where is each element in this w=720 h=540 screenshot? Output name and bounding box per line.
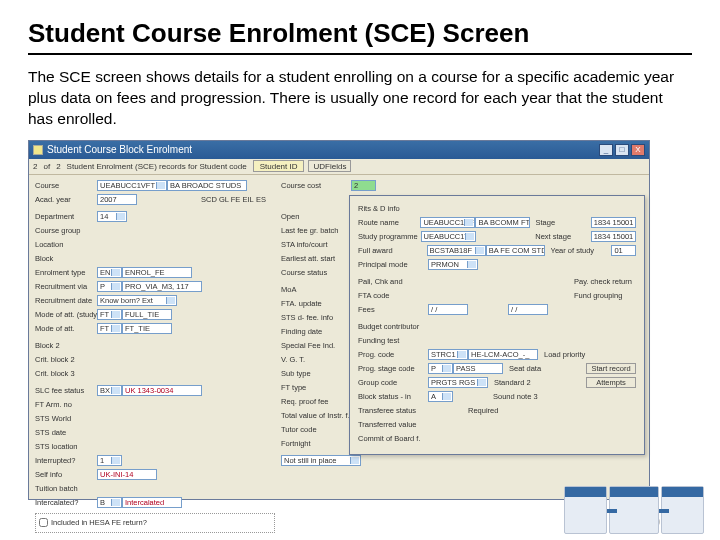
notstill-field[interactable]: Not still in place	[281, 455, 361, 466]
modoa2-field[interactable]: FT	[97, 323, 122, 334]
lbl-moa: MoA	[281, 285, 351, 294]
rec-desc[interactable]: PRO_VIA_M3, 117	[122, 281, 202, 292]
intro-text: The SCE screen shows details for a stude…	[28, 67, 692, 130]
app-icon	[33, 145, 43, 155]
window-title: Student Course Block Enrolment	[47, 144, 192, 155]
hesa-box: Included in HESA FE return?	[35, 513, 275, 533]
hesa-checkbox[interactable]	[39, 518, 48, 527]
route-field[interactable]: UEABUCC1VF	[420, 217, 475, 228]
enr-desc[interactable]: ENROL_FE	[122, 267, 192, 278]
lbl-crb2: Crit. block 3	[35, 369, 97, 378]
lbl-sta: STA info/court	[281, 240, 351, 249]
int-desc[interactable]: Intercalated	[122, 497, 182, 508]
footer-decoration	[564, 486, 704, 534]
lbl-scd: SCD GL FE EIL	[201, 195, 256, 204]
minimize-button[interactable]: _	[599, 144, 613, 156]
lbl-modoa2: Mode of att.	[35, 324, 97, 333]
lbl-feeavl: Fees	[358, 305, 428, 314]
course-field[interactable]: UEABUCC1VFT	[97, 180, 167, 191]
lbl-progcd: Prog. code	[358, 350, 428, 359]
lbl-ccost: Course cost	[281, 181, 351, 190]
ccost-field[interactable]: 2	[351, 180, 376, 191]
recdt-field[interactable]: Know born? Ext	[97, 295, 177, 306]
lbl-fawd: Full award	[358, 246, 427, 255]
fee-date1[interactable]: / /	[428, 304, 468, 315]
nav-total: 2	[56, 162, 60, 171]
enr-field[interactable]: EN	[97, 267, 122, 278]
lbl-route: Route name	[358, 218, 420, 227]
lbl-const: Course status	[281, 268, 351, 277]
lbl-stsw: STS World	[35, 414, 97, 423]
udfields-button[interactable]: UDFields	[308, 160, 351, 172]
dept-field[interactable]: 14	[97, 211, 127, 222]
lbl-trfree: Transferee status	[358, 406, 428, 415]
progstg-field[interactable]: P	[428, 363, 453, 374]
sprog-field[interactable]: UEABUCC1VF	[421, 231, 476, 242]
lbl-modoa: Mode of att. (study)	[35, 310, 97, 319]
rec-field[interactable]: P	[97, 281, 122, 292]
fee-date2[interactable]: / /	[508, 304, 548, 315]
fawd-field[interactable]: BCSTAB18F	[427, 245, 486, 256]
modoa-field[interactable]: FT	[97, 309, 122, 320]
lbl-recdt: Recruitment date	[35, 296, 97, 305]
close-button[interactable]: X	[631, 144, 645, 156]
student-id-field[interactable]: Student ID	[253, 160, 305, 172]
lbl-budget: Budget contributor	[358, 322, 428, 331]
lbl-fta: FT Arm. no	[35, 400, 97, 409]
lbl-rits: Rits & D info	[358, 204, 428, 213]
imt-field[interactable]: 1	[97, 455, 122, 466]
attempts-button[interactable]: Attempts	[586, 377, 636, 388]
lbl-crsgrp: Course group	[35, 226, 97, 235]
fee-desc[interactable]: UK 1343-0034	[122, 385, 202, 396]
lbl-reuse: Required	[468, 406, 530, 415]
lbl-blk2: Block 2	[35, 341, 97, 350]
route-desc[interactable]: BA BCOMM FT	[475, 217, 529, 228]
fee-field[interactable]: BX	[97, 385, 122, 396]
stage-field[interactable]: 1834 15001	[591, 217, 636, 228]
nav-sep: of	[43, 162, 50, 171]
lbl-frt: Fortnight	[281, 439, 351, 448]
left-column: CourseUEABUCC1VFTBA BROADC STUDS Acad. y…	[29, 175, 279, 499]
progstg-desc[interactable]: PASS	[453, 363, 503, 374]
int-field[interactable]: B	[97, 497, 122, 508]
lbl-rec: Recruitment via	[35, 282, 97, 291]
group-field[interactable]: PRGTS RGS	[428, 377, 488, 388]
talk-field[interactable]: PRMON	[428, 259, 478, 270]
progcd-field[interactable]: STRC1	[428, 349, 468, 360]
course-desc[interactable]: BA BROADC STUDS	[167, 180, 247, 191]
lbl-dept: Department	[35, 212, 97, 221]
lbl-stsl: STS location	[35, 442, 97, 451]
acyr-field[interactable]: 2007	[97, 194, 137, 205]
lbl-enr: Enrolment type	[35, 268, 97, 277]
yos-field[interactable]: 01	[611, 245, 636, 256]
next-field[interactable]: 1834 15001	[591, 231, 636, 242]
progcd-desc[interactable]: HE-LCM-ACO_-_	[468, 349, 538, 360]
nav-current: 2	[33, 162, 37, 171]
lbl-group: Group code	[358, 378, 428, 387]
lbl-open: Open	[281, 212, 351, 221]
lbl-stage: Stage	[536, 218, 591, 227]
lbl-scd2: ES	[256, 195, 318, 204]
maximize-button[interactable]: □	[615, 144, 629, 156]
lbl-pfx: Pali, Chk and	[358, 277, 428, 286]
lbl-talk: Principal mode	[358, 260, 428, 269]
popup-window: Rits & D info Route nameUEABUCC1VFBA BCO…	[349, 195, 645, 455]
modoa-desc[interactable]: FULL_TIE	[122, 309, 172, 320]
lbl-spd: Sound note 3	[493, 392, 555, 401]
lbl-course: Course	[35, 181, 97, 190]
lbl-spc: Special Fee Ind.	[281, 341, 351, 350]
toolbar-summary: Student Enrolment (SCE) records for Stud…	[67, 162, 247, 171]
start-record-button[interactable]: Start record	[586, 363, 636, 374]
stat2-field[interactable]: A	[428, 391, 453, 402]
lbl-tutcd: Tutor code	[281, 425, 351, 434]
lbl-fty: FT type	[281, 383, 351, 392]
lbl-stsd: STS date	[35, 428, 97, 437]
modoa2-desc[interactable]: FT_TIE	[122, 323, 172, 334]
lbl-hesa: Included in HESA FE return?	[51, 518, 147, 527]
lbl-block: Block	[35, 254, 97, 263]
lbl-pta: FTA. update	[281, 299, 351, 308]
fawd-desc[interactable]: BA FE COM STDS	[486, 245, 545, 256]
lbl-lfgb: Last fee gr. batch	[281, 226, 351, 235]
self-field[interactable]: UK-INI-14	[97, 469, 157, 480]
lbl-stsf: STS d- fee. info	[281, 313, 351, 322]
